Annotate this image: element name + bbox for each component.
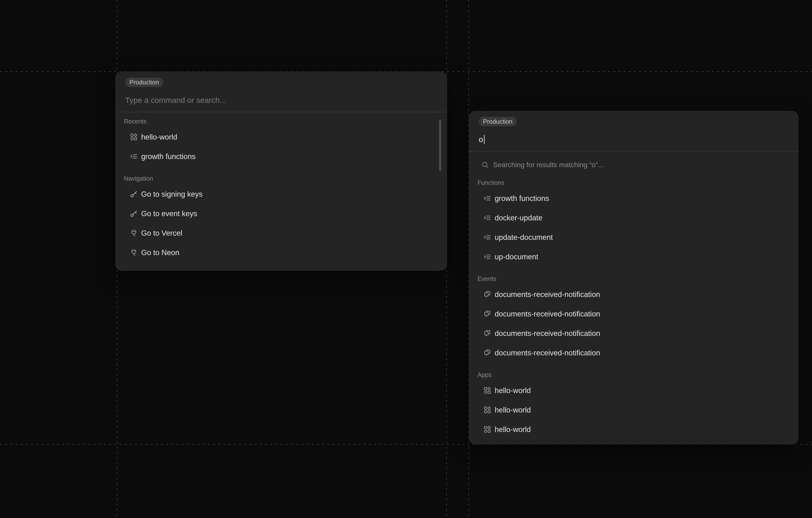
event-windows-icon	[483, 349, 491, 357]
text-cursor	[484, 135, 485, 144]
list-item[interactable]: Go to signing keys	[115, 184, 447, 204]
search-status-row: Searching for results matching “o”...	[469, 157, 799, 172]
section-label-functions: Functions	[469, 180, 799, 186]
event-windows-icon	[483, 290, 491, 299]
list-item-label: docker-update	[495, 213, 543, 222]
list-item[interactable]: documents-received-notification	[469, 343, 799, 363]
left-palette-header: Production Type a command or search...	[115, 72, 447, 112]
list-item-label: growth functions	[495, 194, 549, 203]
left-command-palette: Production Type a command or search... R…	[115, 71, 447, 271]
section-label-navigation: Navigation	[115, 175, 447, 182]
list-item[interactable]: docker-update	[469, 208, 799, 227]
key-icon	[130, 190, 138, 198]
command-input-value: o	[479, 135, 483, 144]
left-results-list: Recents hello-world growth functions	[115, 112, 447, 262]
list-item-label: documents-received-notification	[495, 290, 600, 299]
list-item-label: Go to signing keys	[141, 190, 203, 199]
right-palette-header: Production o	[469, 111, 799, 152]
plug-icon	[130, 229, 138, 237]
search-icon	[481, 161, 489, 169]
function-list-icon	[130, 152, 138, 160]
list-item[interactable]: documents-received-notification	[469, 304, 799, 324]
scrollbar-thumb[interactable]	[439, 119, 441, 171]
list-item[interactable]: update-document	[469, 227, 799, 247]
function-list-icon	[483, 233, 491, 241]
list-item[interactable]: Go to Vercel	[115, 223, 447, 243]
command-input[interactable]: Type a command or search...	[125, 96, 226, 105]
function-list-icon	[483, 214, 491, 222]
search-status-text: Searching for results matching “o”...	[493, 161, 604, 169]
list-item-label: documents-received-notification	[495, 309, 600, 318]
list-item-label: update-document	[495, 233, 553, 242]
app-grid-icon	[483, 406, 491, 414]
plug-icon	[130, 248, 138, 256]
event-windows-icon	[483, 329, 491, 337]
list-item[interactable]: hello-world	[469, 400, 799, 420]
command-input[interactable]: o	[479, 135, 485, 144]
list-item-label: Go to Vercel	[141, 228, 182, 237]
list-item-label: growth functions	[141, 152, 196, 161]
section-label-events: Events	[469, 276, 799, 282]
list-item[interactable]: hello-world	[469, 381, 799, 400]
list-item-label: Go to Neon	[141, 248, 179, 257]
function-list-icon	[483, 253, 491, 261]
list-item[interactable]: hello-world	[469, 420, 799, 439]
app-grid-icon	[483, 425, 491, 433]
environment-badge[interactable]: Production	[125, 78, 163, 87]
desktop-background: Production Type a command or search... R…	[0, 0, 812, 518]
function-list-icon	[483, 194, 491, 202]
list-item[interactable]: up-document	[469, 247, 799, 267]
list-item[interactable]: hello-world	[115, 127, 447, 147]
list-item-label: documents-received-notification	[495, 329, 600, 338]
key-icon	[130, 210, 138, 218]
environment-badge[interactable]: Production	[479, 117, 517, 126]
app-grid-icon	[483, 386, 491, 395]
app-grid-icon	[130, 133, 138, 141]
event-windows-icon	[483, 310, 491, 318]
list-item-label: hello-world	[495, 405, 531, 414]
right-results-list: Searching for results matching “o”... Fu…	[469, 157, 799, 439]
list-item-label: documents-received-notification	[495, 348, 600, 357]
section-label-apps: Apps	[469, 372, 799, 378]
list-item-label: Go to event keys	[141, 209, 197, 218]
list-item[interactable]: growth functions	[469, 189, 799, 208]
list-item-label: up-document	[495, 252, 539, 261]
section-label-recents: Recents	[115, 118, 447, 125]
right-command-palette: Production o Searching for results match…	[469, 111, 799, 444]
list-item-label: hello-world	[495, 425, 531, 434]
list-item[interactable]: Go to Neon	[115, 243, 447, 262]
list-item[interactable]: documents-received-notification	[469, 324, 799, 343]
list-item[interactable]: Go to event keys	[115, 204, 447, 223]
list-item-label: hello-world	[495, 386, 531, 395]
list-item[interactable]: growth functions	[115, 147, 447, 166]
list-item-label: hello-world	[141, 132, 177, 141]
list-item[interactable]: documents-received-notification	[469, 285, 799, 304]
